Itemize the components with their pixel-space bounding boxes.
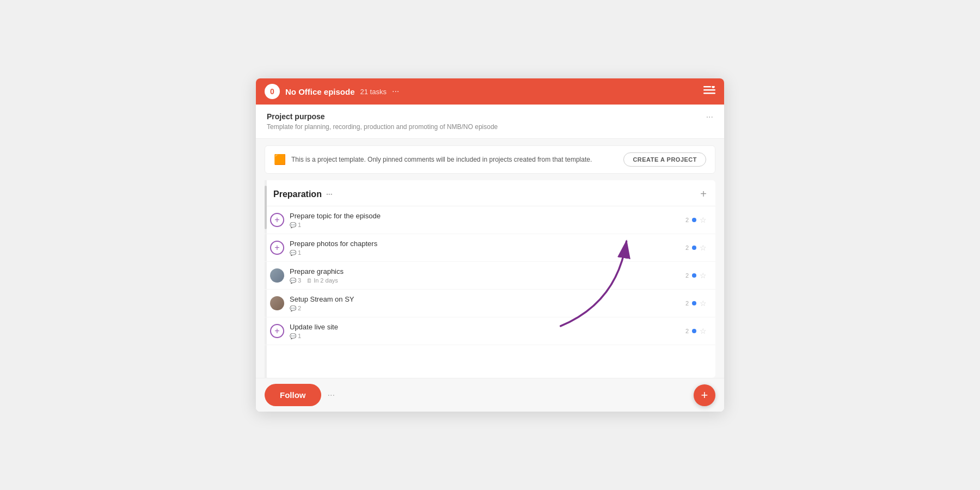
task-info: Prepare topic for the episode 💬 1	[290, 212, 680, 228]
table-row[interactable]: Prepare graphics 💬 3 🗓 In 2 days 2 ☆	[265, 262, 715, 290]
task-name: Setup Stream on SY	[290, 295, 680, 303]
task-member-count: 2	[685, 300, 689, 307]
task-star-icon[interactable]: ☆	[700, 243, 707, 252]
header-more-icon[interactable]: ···	[392, 87, 399, 96]
task-status-dot	[692, 329, 696, 333]
task-status-dot	[692, 273, 696, 278]
main-window: 0 No Office episode 21 tasks ··· Project…	[256, 78, 724, 412]
task-due: 🗓 In 2 days	[307, 277, 338, 284]
create-project-button[interactable]: CREATE A PROJECT	[623, 152, 706, 167]
template-text: This is a project template. Only pinned …	[291, 156, 592, 163]
section-add-icon[interactable]: +	[700, 188, 707, 200]
calendar-icon: 🗓	[307, 278, 312, 284]
task-star-icon[interactable]: ☆	[700, 271, 707, 280]
task-status-dot	[692, 301, 696, 305]
task-add-button[interactable]: +	[270, 241, 284, 255]
task-name: Prepare graphics	[290, 267, 680, 275]
purpose-description: Template for planning, recording, produc…	[267, 123, 498, 131]
template-banner: 🟧 This is a project template. Only pinne…	[265, 145, 715, 174]
task-info: Setup Stream on SY 💬 2	[290, 295, 680, 311]
svg-point-3	[712, 86, 715, 89]
task-info: Prepare photos for chapters 💬 1	[290, 240, 680, 256]
svg-rect-1	[703, 89, 715, 91]
table-row[interactable]: Setup Stream on SY 💬 2 2 ☆	[265, 290, 715, 317]
task-member-count: 2	[685, 272, 689, 279]
task-name: Update live site	[290, 323, 680, 331]
task-comments: 💬 1	[290, 249, 301, 256]
task-info: Prepare graphics 💬 3 🗓 In 2 days	[290, 267, 680, 284]
project-header: 0 No Office episode 21 tasks ···	[256, 78, 724, 105]
bottom-more-icon[interactable]: ···	[328, 390, 335, 400]
task-list-area: Preparation ··· + + Prepare topic for th…	[265, 180, 715, 378]
follow-button[interactable]: Follow	[265, 384, 321, 406]
table-row[interactable]: + Prepare photos for chapters 💬 1 2 ☆	[265, 234, 715, 262]
task-info: Update live site 💬 1	[290, 323, 680, 339]
chat-icon: 💬	[290, 222, 296, 228]
task-comments: 💬 1	[290, 333, 301, 339]
header-left: 0 No Office episode 21 tasks ···	[265, 84, 399, 99]
project-logo: 0	[265, 84, 280, 99]
template-icon: 🟧	[274, 154, 286, 166]
task-comments: 💬 3	[290, 277, 301, 284]
chat-icon: 💬	[290, 278, 296, 284]
task-name: Prepare topic for the episode	[290, 212, 680, 220]
task-star-icon[interactable]: ☆	[700, 216, 707, 224]
table-row[interactable]: + Prepare topic for the episode 💬 1 2 ☆	[265, 206, 715, 234]
svg-rect-2	[703, 93, 715, 94]
chat-icon: 💬	[290, 333, 296, 339]
chat-icon: 💬	[290, 250, 296, 256]
task-add-button[interactable]: +	[270, 213, 284, 227]
tasks-count: 21 tasks	[360, 88, 387, 96]
task-star-icon[interactable]: ☆	[700, 327, 707, 335]
section-more-icon[interactable]: ···	[326, 190, 333, 199]
task-add-button[interactable]: +	[270, 324, 284, 338]
task-status-dot	[692, 218, 696, 222]
task-comments: 💬 1	[290, 222, 301, 228]
task-member-count: 2	[685, 328, 689, 334]
task-star-icon[interactable]: ☆	[700, 299, 707, 308]
header-filter-icon[interactable]	[703, 86, 715, 97]
bottom-add-button[interactable]: +	[694, 384, 715, 406]
main-content: Project purpose Template for planning, r…	[256, 105, 724, 412]
task-name: Prepare photos for chapters	[290, 240, 680, 248]
table-row[interactable]: + Update live site 💬 1 2 ☆	[265, 317, 715, 345]
project-title: No Office episode	[285, 87, 355, 96]
bottom-bar: Follow ··· +	[256, 378, 724, 412]
purpose-more-icon[interactable]: ···	[706, 112, 713, 122]
purpose-heading: Project purpose	[267, 112, 498, 121]
section-title-text: Preparation	[273, 189, 322, 199]
section-header: Preparation ··· +	[265, 180, 715, 206]
task-member-count: 2	[685, 217, 689, 223]
avatar	[270, 296, 284, 310]
chat-icon: 💬	[290, 305, 296, 311]
task-member-count: 2	[685, 244, 689, 251]
task-status-dot	[692, 246, 696, 250]
project-purpose-section: Project purpose Template for planning, r…	[256, 105, 724, 139]
task-comments: 💬 2	[290, 305, 301, 311]
avatar	[270, 268, 284, 283]
